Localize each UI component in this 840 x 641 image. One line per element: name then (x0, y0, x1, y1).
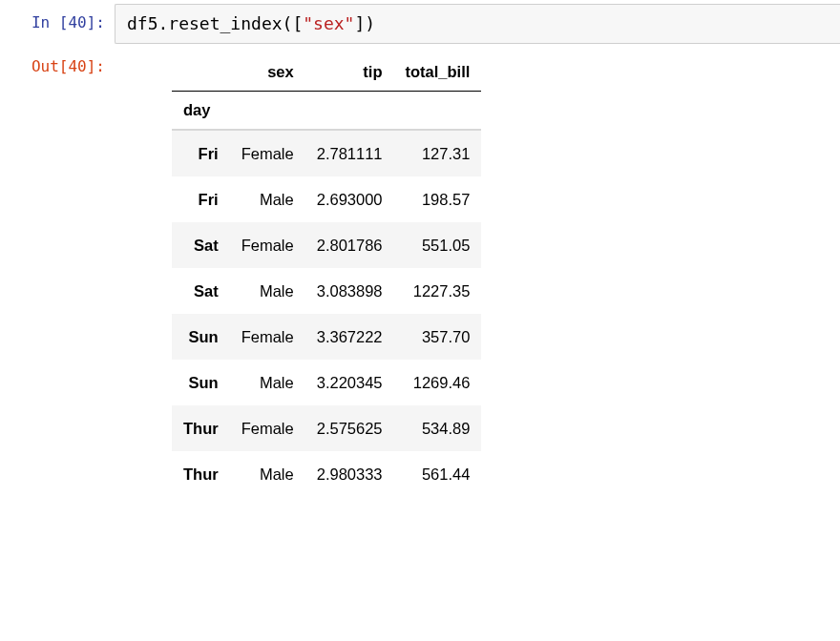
code-string-literal: "sex" (303, 13, 354, 33)
row-index: Fri (172, 130, 230, 176)
cell-sex: Male (230, 451, 305, 497)
header-col-totalbill: total_bill (394, 53, 482, 92)
cell-sex: Female (230, 314, 305, 360)
cell-tip: 2.575625 (305, 405, 394, 451)
row-index: Sat (172, 268, 230, 314)
output-cell: Out[40]: sex tip total_bill day (0, 44, 840, 497)
in-suffix: ]: (87, 13, 105, 31)
cell-tip: 3.083898 (305, 268, 394, 314)
table-row: Fri Female 2.781111 127.31 (172, 130, 481, 176)
code-post: ]) (354, 13, 375, 33)
cell-tip: 2.693000 (305, 176, 394, 222)
input-prompt: In [40]: (0, 4, 115, 34)
output-prompt: Out[40]: (0, 48, 115, 78)
index-name: day (172, 92, 230, 131)
cell-tip: 2.980333 (305, 451, 394, 497)
cell-sex: Female (230, 222, 305, 268)
table-row: Sat Male 3.083898 1227.35 (172, 268, 481, 314)
cell-sex: Female (230, 130, 305, 176)
cell-sex: Male (230, 268, 305, 314)
row-index: Thur (172, 405, 230, 451)
cell-totalbill: 1269.46 (394, 360, 482, 405)
dataframe-table: sex tip total_bill day Fri Female 2.7811… (172, 53, 481, 497)
out-number: 40 (68, 57, 86, 75)
input-cell: In [40]: df5.reset_index(["sex"]) (0, 0, 840, 44)
row-index: Sun (172, 360, 230, 405)
table-row: Thur Female 2.575625 534.89 (172, 405, 481, 451)
cell-totalbill: 198.57 (394, 176, 482, 222)
cell-sex: Male (230, 360, 305, 405)
cell-tip: 3.367222 (305, 314, 394, 360)
row-index: Sat (172, 222, 230, 268)
in-number: 40 (68, 13, 86, 31)
cell-totalbill: 127.31 (394, 130, 482, 176)
table-row: Thur Male 2.980333 561.44 (172, 451, 481, 497)
row-index: Fri (172, 176, 230, 222)
row-index: Thur (172, 451, 230, 497)
output-area: sex tip total_bill day Fri Female 2.7811… (115, 48, 840, 497)
code-input[interactable]: df5.reset_index(["sex"]) (115, 4, 840, 44)
cell-totalbill: 561.44 (394, 451, 482, 497)
cell-tip: 3.220345 (305, 360, 394, 405)
row-index: Sun (172, 314, 230, 360)
header-blank (172, 53, 230, 92)
cell-totalbill: 551.05 (394, 222, 482, 268)
out-prefix: Out[ (32, 57, 69, 75)
header-col-sex: sex (230, 53, 305, 92)
header-row: sex tip total_bill (172, 53, 481, 92)
table-row: Fri Male 2.693000 198.57 (172, 176, 481, 222)
cell-totalbill: 1227.35 (394, 268, 482, 314)
table-row: Sat Female 2.801786 551.05 (172, 222, 481, 268)
code-pre: df5.reset_index([ (127, 13, 303, 33)
out-suffix: ]: (87, 57, 105, 75)
cell-totalbill: 357.70 (394, 314, 482, 360)
cell-sex: Female (230, 405, 305, 451)
in-prefix: In [ (32, 13, 69, 31)
cell-totalbill: 534.89 (394, 405, 482, 451)
index-name-row: day (172, 92, 481, 131)
cell-sex: Male (230, 176, 305, 222)
header-col-tip: tip (305, 53, 394, 92)
table-row: Sun Female 3.367222 357.70 (172, 314, 481, 360)
cell-tip: 2.801786 (305, 222, 394, 268)
table-row: Sun Male 3.220345 1269.46 (172, 360, 481, 405)
cell-tip: 2.781111 (305, 130, 394, 176)
